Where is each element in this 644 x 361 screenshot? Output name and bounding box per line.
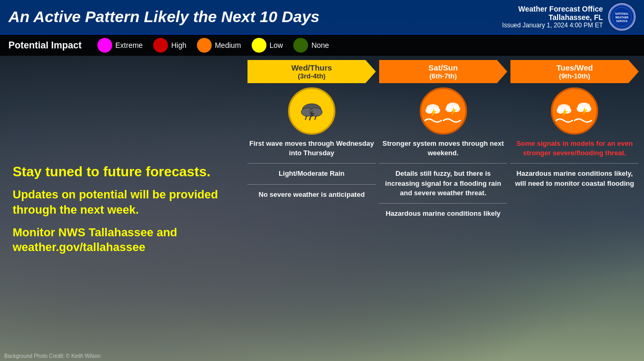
left-text-3: Monitor NWS Tallahassee and weather.gov/… bbox=[13, 225, 230, 255]
forecast-text-1-2: No severe weather is anticipated bbox=[259, 190, 365, 199]
forecast-col-1: Wed/Thurs (3rd-4th) bbox=[247, 60, 376, 359]
office-location: Tallahassee, FL bbox=[502, 13, 603, 22]
period-label-2: Sat/Sun bbox=[429, 63, 458, 72]
date-label-1: (3rd-4th) bbox=[252, 72, 372, 80]
forecast-text-1-0: First wave moves through Wednesday into … bbox=[247, 139, 376, 158]
issued-time: Issued January 1, 2024 4:00 PM ET bbox=[502, 22, 603, 29]
nws-logo: NATIONAL WEATHER SERVICE bbox=[608, 3, 636, 31]
photo-credit: Background Photo Credit: © Keith Wilson bbox=[4, 353, 101, 359]
medium-dot bbox=[197, 38, 212, 53]
svg-text:NATIONAL: NATIONAL bbox=[615, 12, 628, 15]
forecast-text-1-1: Light/Moderate Rain bbox=[279, 169, 344, 178]
period-banner-1: Wed/Thurs (3rd-4th) bbox=[247, 60, 376, 83]
svg-line-8 bbox=[305, 116, 306, 119]
extreme-label: Extreme bbox=[115, 41, 143, 49]
divider-4 bbox=[379, 203, 508, 204]
date-label-3: (9th-10th) bbox=[514, 72, 635, 80]
forecast-text-2-1: Details still fuzzy, but there is increa… bbox=[379, 169, 508, 198]
divider-5 bbox=[510, 163, 639, 164]
date-label-2: (6th-7th) bbox=[383, 72, 503, 80]
office-name: Weather Forecast Office bbox=[502, 5, 603, 13]
legend-none: None bbox=[293, 38, 329, 53]
svg-text:WEATHER: WEATHER bbox=[616, 16, 629, 19]
legend-medium: Medium bbox=[197, 38, 241, 53]
header-bar: An Active Pattern Likely the Next 10 Day… bbox=[0, 0, 644, 35]
svg-line-10 bbox=[315, 116, 316, 119]
period-banner-3: Tues/Wed (9th-10th) bbox=[510, 60, 639, 83]
legend-low: Low bbox=[252, 38, 283, 53]
low-label: Low bbox=[270, 41, 283, 49]
wx-icon-2 bbox=[420, 87, 467, 135]
svg-line-9 bbox=[310, 117, 311, 120]
svg-text:SERVICE: SERVICE bbox=[616, 19, 628, 23]
forecast-text-3-1: Hazardous marine conditions likely, will… bbox=[510, 169, 639, 188]
wx-icon-1 bbox=[288, 87, 335, 135]
page-title: An Active Pattern Likely the Next 10 Day… bbox=[8, 8, 320, 26]
divider-1 bbox=[247, 163, 376, 164]
left-text-1: Stay tuned to future forecasts. bbox=[13, 164, 230, 180]
none-dot bbox=[293, 38, 308, 53]
legend-high: High bbox=[153, 38, 186, 53]
forecast-area: Wed/Thurs (3rd-4th) bbox=[242, 56, 644, 361]
forecast-col-3: Tues/Wed (9th-10th) bbox=[510, 60, 639, 359]
low-dot bbox=[252, 38, 266, 53]
period-label-1: Wed/Thurs bbox=[291, 63, 332, 72]
divider-2 bbox=[247, 184, 376, 185]
high-label: High bbox=[171, 41, 186, 49]
medium-label: Medium bbox=[215, 41, 241, 49]
period-banner-2: Sat/Sun (6th-7th) bbox=[379, 60, 508, 83]
office-info: Weather Forecast Office Tallahassee, FL … bbox=[502, 5, 603, 29]
forecast-text-2-0: Stronger system moves through next weeke… bbox=[379, 139, 508, 158]
forecast-col-2: Sat/Sun (6th-7th) bbox=[379, 60, 508, 359]
forecast-text-2-2: Hazardous marine conditions likely bbox=[385, 209, 500, 218]
divider-3 bbox=[379, 163, 508, 164]
none-label: None bbox=[311, 41, 329, 49]
legend-extreme: Extreme bbox=[97, 38, 143, 53]
extreme-dot bbox=[97, 38, 112, 53]
left-panel: Stay tuned to future forecasts. Updates … bbox=[0, 56, 242, 361]
columns-container: Wed/Thurs (3rd-4th) bbox=[247, 60, 639, 359]
high-dot bbox=[153, 38, 168, 53]
wx-icon-3 bbox=[551, 87, 598, 135]
main-content: An Active Pattern Likely the Next 10 Day… bbox=[0, 0, 644, 361]
period-label-3: Tues/Wed bbox=[556, 63, 592, 72]
header-right: Weather Forecast Office Tallahassee, FL … bbox=[502, 3, 636, 31]
main-area: Stay tuned to future forecasts. Updates … bbox=[0, 56, 644, 361]
left-text-2: Updates on potential will be provided th… bbox=[13, 187, 230, 217]
legend-bar: Potential Impact Extreme High Medium Low… bbox=[0, 35, 644, 56]
legend-title: Potential Impact bbox=[8, 40, 82, 51]
forecast-text-3-0: Some signals in models for an even stron… bbox=[510, 139, 639, 158]
